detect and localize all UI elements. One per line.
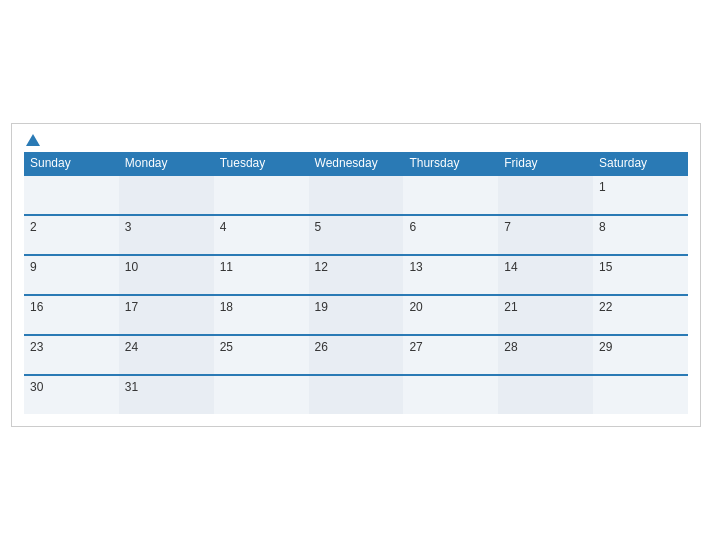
calendar-cell: 21 bbox=[498, 295, 593, 335]
calendar-cell: 22 bbox=[593, 295, 688, 335]
calendar-header bbox=[24, 134, 688, 146]
calendar-cell: 11 bbox=[214, 255, 309, 295]
day-number: 30 bbox=[30, 380, 43, 394]
day-number: 7 bbox=[504, 220, 511, 234]
calendar-cell bbox=[593, 375, 688, 414]
logo-triangle-icon bbox=[26, 134, 40, 146]
calendar-cell bbox=[498, 375, 593, 414]
day-number: 11 bbox=[220, 260, 233, 274]
weekday-thursday: Thursday bbox=[403, 152, 498, 175]
calendar-grid: SundayMondayTuesdayWednesdayThursdayFrid… bbox=[24, 152, 688, 414]
calendar-container: SundayMondayTuesdayWednesdayThursdayFrid… bbox=[11, 123, 701, 427]
calendar-cell: 10 bbox=[119, 255, 214, 295]
calendar-cell bbox=[214, 175, 309, 215]
day-number: 28 bbox=[504, 340, 517, 354]
day-number: 22 bbox=[599, 300, 612, 314]
weekday-monday: Monday bbox=[119, 152, 214, 175]
week-row-2: 9101112131415 bbox=[24, 255, 688, 295]
calendar-cell: 25 bbox=[214, 335, 309, 375]
day-number: 24 bbox=[125, 340, 138, 354]
day-number: 4 bbox=[220, 220, 227, 234]
day-number: 2 bbox=[30, 220, 37, 234]
calendar-cell: 13 bbox=[403, 255, 498, 295]
day-number: 31 bbox=[125, 380, 138, 394]
day-number: 3 bbox=[125, 220, 132, 234]
day-number: 27 bbox=[409, 340, 422, 354]
calendar-cell bbox=[309, 175, 404, 215]
calendar-thead: SundayMondayTuesdayWednesdayThursdayFrid… bbox=[24, 152, 688, 175]
day-number: 15 bbox=[599, 260, 612, 274]
calendar-cell: 30 bbox=[24, 375, 119, 414]
weekday-header-row: SundayMondayTuesdayWednesdayThursdayFrid… bbox=[24, 152, 688, 175]
calendar-cell: 5 bbox=[309, 215, 404, 255]
calendar-cell bbox=[403, 175, 498, 215]
day-number: 29 bbox=[599, 340, 612, 354]
day-number: 26 bbox=[315, 340, 328, 354]
week-row-5: 3031 bbox=[24, 375, 688, 414]
calendar-cell: 15 bbox=[593, 255, 688, 295]
week-row-4: 23242526272829 bbox=[24, 335, 688, 375]
calendar-cell: 12 bbox=[309, 255, 404, 295]
calendar-cell: 14 bbox=[498, 255, 593, 295]
day-number: 18 bbox=[220, 300, 233, 314]
weekday-sunday: Sunday bbox=[24, 152, 119, 175]
day-number: 1 bbox=[599, 180, 606, 194]
calendar-cell: 2 bbox=[24, 215, 119, 255]
calendar-cell: 4 bbox=[214, 215, 309, 255]
day-number: 14 bbox=[504, 260, 517, 274]
day-number: 5 bbox=[315, 220, 322, 234]
calendar-cell: 16 bbox=[24, 295, 119, 335]
calendar-cell: 17 bbox=[119, 295, 214, 335]
calendar-cell bbox=[119, 175, 214, 215]
day-number: 8 bbox=[599, 220, 606, 234]
calendar-tbody: 1234567891011121314151617181920212223242… bbox=[24, 175, 688, 414]
calendar-cell: 20 bbox=[403, 295, 498, 335]
calendar-cell: 23 bbox=[24, 335, 119, 375]
weekday-tuesday: Tuesday bbox=[214, 152, 309, 175]
calendar-cell bbox=[403, 375, 498, 414]
calendar-cell: 29 bbox=[593, 335, 688, 375]
calendar-cell: 3 bbox=[119, 215, 214, 255]
calendar-cell: 31 bbox=[119, 375, 214, 414]
day-number: 6 bbox=[409, 220, 416, 234]
calendar-cell: 24 bbox=[119, 335, 214, 375]
weekday-saturday: Saturday bbox=[593, 152, 688, 175]
day-number: 12 bbox=[315, 260, 328, 274]
logo-area bbox=[24, 134, 40, 146]
day-number: 25 bbox=[220, 340, 233, 354]
day-number: 19 bbox=[315, 300, 328, 314]
calendar-cell: 9 bbox=[24, 255, 119, 295]
day-number: 20 bbox=[409, 300, 422, 314]
day-number: 23 bbox=[30, 340, 43, 354]
week-row-1: 2345678 bbox=[24, 215, 688, 255]
day-number: 21 bbox=[504, 300, 517, 314]
calendar-cell: 28 bbox=[498, 335, 593, 375]
calendar-cell: 7 bbox=[498, 215, 593, 255]
day-number: 17 bbox=[125, 300, 138, 314]
day-number: 16 bbox=[30, 300, 43, 314]
calendar-cell: 1 bbox=[593, 175, 688, 215]
calendar-cell: 6 bbox=[403, 215, 498, 255]
weekday-friday: Friday bbox=[498, 152, 593, 175]
day-number: 13 bbox=[409, 260, 422, 274]
calendar-cell bbox=[24, 175, 119, 215]
calendar-cell: 18 bbox=[214, 295, 309, 335]
week-row-0: 1 bbox=[24, 175, 688, 215]
calendar-cell: 27 bbox=[403, 335, 498, 375]
week-row-3: 16171819202122 bbox=[24, 295, 688, 335]
day-number: 10 bbox=[125, 260, 138, 274]
calendar-cell: 19 bbox=[309, 295, 404, 335]
calendar-cell bbox=[498, 175, 593, 215]
weekday-wednesday: Wednesday bbox=[309, 152, 404, 175]
calendar-cell bbox=[309, 375, 404, 414]
calendar-cell: 26 bbox=[309, 335, 404, 375]
day-number: 9 bbox=[30, 260, 37, 274]
calendar-cell bbox=[214, 375, 309, 414]
calendar-cell: 8 bbox=[593, 215, 688, 255]
